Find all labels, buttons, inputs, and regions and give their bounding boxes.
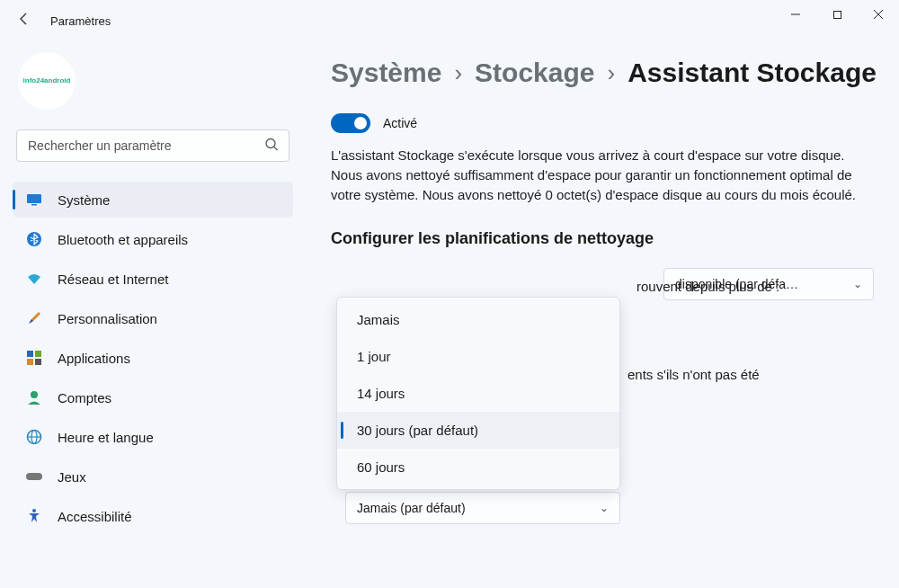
clock-globe-icon bbox=[25, 428, 43, 446]
sidebar-item-label: Bluetooth et appareils bbox=[58, 232, 188, 247]
monitor-icon bbox=[25, 191, 43, 209]
svg-point-13 bbox=[31, 391, 38, 398]
sidebar-item-system[interactable]: Système bbox=[13, 182, 293, 218]
breadcrumb-current: Assistant Stockage bbox=[628, 58, 877, 88]
sidebar-item-accounts[interactable]: Comptes bbox=[13, 379, 293, 415]
sidebar-item-apps[interactable]: Applications bbox=[13, 340, 293, 376]
sidebar-item-label: Heure et langue bbox=[58, 430, 154, 445]
chevron-down-icon: ⌄ bbox=[853, 278, 862, 290]
sidebar-item-label: Accessibilité bbox=[58, 509, 132, 524]
svg-rect-9 bbox=[27, 351, 33, 357]
chevron-right-icon: › bbox=[607, 59, 615, 87]
sidebar-item-network[interactable]: Réseau et Internet bbox=[13, 261, 293, 297]
bluetooth-icon bbox=[25, 230, 43, 248]
sidebar-item-personalization[interactable]: Personnalisation bbox=[13, 300, 293, 336]
dropdown-option[interactable]: 1 jour bbox=[337, 338, 619, 375]
avatar[interactable]: info24android bbox=[18, 52, 76, 110]
partial-text: rouvent depuis plus de : bbox=[636, 279, 779, 294]
back-button[interactable] bbox=[16, 11, 32, 31]
svg-rect-1 bbox=[833, 11, 841, 18]
gamepad-icon bbox=[25, 468, 43, 486]
search-input[interactable] bbox=[16, 129, 289, 162]
close-button[interactable] bbox=[858, 0, 899, 29]
svg-rect-12 bbox=[35, 359, 41, 365]
cleanup-schedules-heading: Configurer les planifications de nettoya… bbox=[331, 229, 874, 248]
apps-icon bbox=[25, 349, 43, 367]
downloads-delete-selector[interactable]: Jamais (par défaut) ⌄ bbox=[345, 492, 620, 524]
breadcrumb: Système › Stockage › Assistant Stockage bbox=[331, 58, 874, 88]
storage-sense-description: L'assistant Stockage s'exécute lorsque v… bbox=[331, 146, 861, 204]
svg-rect-17 bbox=[26, 473, 42, 480]
svg-rect-11 bbox=[27, 359, 33, 365]
sidebar-item-label: Réseau et Internet bbox=[58, 272, 168, 287]
dropdown-option-selected[interactable]: 30 jours (par défaut) bbox=[337, 412, 619, 449]
sidebar-item-gaming[interactable]: Jeux bbox=[13, 459, 293, 494]
storage-sense-toggle[interactable] bbox=[331, 113, 370, 133]
maximize-button[interactable] bbox=[816, 0, 858, 29]
recycle-bin-age-dropdown[interactable]: Jamais 1 jour 14 jours 30 jours (par déf… bbox=[336, 297, 620, 490]
sidebar-item-accessibility[interactable]: Accessibilité bbox=[13, 498, 293, 534]
chevron-right-icon: › bbox=[454, 59, 462, 87]
dropdown-option[interactable]: 60 jours bbox=[337, 449, 619, 486]
toggle-label: Activé bbox=[383, 116, 417, 130]
dropdown-option[interactable]: Jamais bbox=[337, 301, 619, 338]
svg-point-18 bbox=[32, 509, 36, 512]
minimize-button[interactable] bbox=[775, 0, 816, 29]
svg-rect-6 bbox=[27, 194, 41, 203]
window-title: Paramètres bbox=[50, 14, 111, 28]
breadcrumb-system[interactable]: Système bbox=[331, 58, 441, 88]
sidebar-item-time-language[interactable]: Heure et langue bbox=[13, 419, 293, 455]
sidebar-item-label: Jeux bbox=[58, 469, 86, 485]
sidebar-item-label: Applications bbox=[58, 351, 130, 366]
wifi-icon bbox=[25, 270, 43, 288]
partial-text: ents s'ils n'ont pas été bbox=[628, 367, 760, 382]
accessibility-icon bbox=[25, 507, 43, 525]
svg-rect-10 bbox=[35, 351, 41, 357]
person-icon bbox=[25, 388, 43, 406]
sidebar-item-label: Comptes bbox=[58, 390, 111, 405]
svg-rect-7 bbox=[31, 204, 37, 206]
sidebar-item-label: Personnalisation bbox=[58, 311, 157, 326]
brush-icon bbox=[25, 309, 43, 327]
sidebar-item-bluetooth[interactable]: Bluetooth et appareils bbox=[13, 221, 293, 257]
sidebar-item-label: Système bbox=[58, 192, 110, 208]
breadcrumb-storage[interactable]: Stockage bbox=[475, 58, 594, 88]
dropdown-option[interactable]: 14 jours bbox=[337, 375, 619, 412]
chevron-down-icon: ⌄ bbox=[600, 502, 609, 514]
